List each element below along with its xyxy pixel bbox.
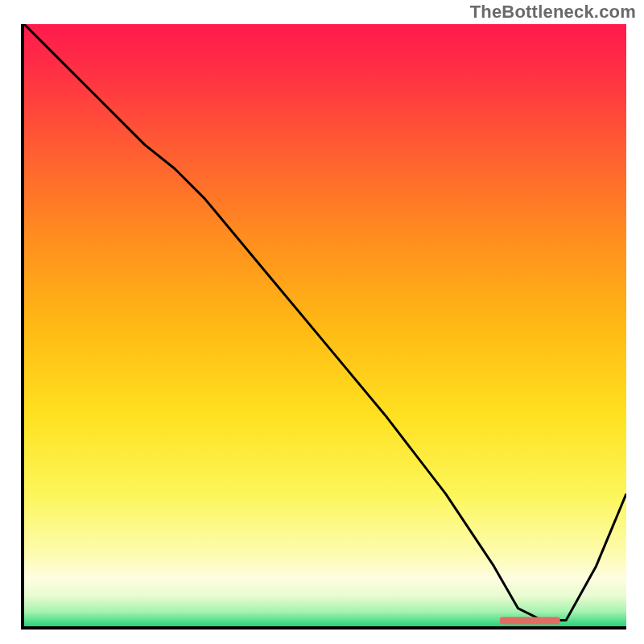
bottleneck-chart bbox=[0, 0, 644, 644]
chart-container: TheBottleneck.com bbox=[0, 0, 644, 644]
optimal-marker bbox=[500, 617, 560, 625]
